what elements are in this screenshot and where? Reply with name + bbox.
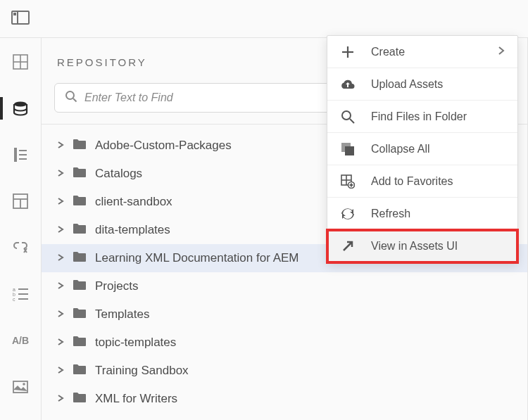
folder-icon	[73, 167, 87, 182]
tree-item-label: Adobe-Custom-Packages	[95, 139, 232, 153]
menu-collapse-all[interactable]: Collapse All	[327, 133, 517, 165]
tree-item-label: Catalogs	[95, 167, 142, 181]
menu-label: Create	[371, 46, 482, 58]
panel-title: REPOSITORY	[57, 56, 147, 68]
tree-item-label: client-sandbox	[95, 195, 172, 209]
menu-upload-assets[interactable]: Upload Assets	[327, 68, 517, 101]
plus-icon	[340, 46, 356, 58]
chevron-right-icon	[57, 251, 64, 265]
svg-rect-17	[18, 288, 28, 290]
folder-icon	[73, 139, 87, 153]
svg-line-25	[73, 98, 77, 102]
chevron-right-icon	[57, 336, 64, 350]
folder-icon	[73, 251, 87, 266]
chevron-right-icon	[57, 279, 64, 293]
menu-label: Upload Assets	[371, 78, 505, 91]
rail-repository[interactable]	[0, 97, 41, 120]
svg-rect-9	[19, 154, 27, 155]
context-menu: Create Upload Assets Find Files in Folde…	[327, 35, 518, 263]
tree-row[interactable]: Templates	[42, 300, 527, 329]
chevron-right-icon	[57, 223, 64, 237]
menu-label: Collapse All	[371, 143, 505, 155]
favorites-add-icon	[340, 174, 356, 189]
top-bar	[0, 0, 528, 38]
tree-item-label: dita-templates	[95, 223, 170, 237]
chevron-right-icon	[57, 139, 64, 153]
svg-text:a: a	[13, 287, 15, 292]
rail-layout[interactable]	[0, 190, 41, 212]
menu-label: View in Assets UI	[371, 240, 505, 253]
menu-label: Add to Favorites	[371, 175, 505, 188]
folder-icon	[73, 336, 87, 350]
menu-view-assets-ui[interactable]: View in Assets UI	[327, 230, 517, 262]
tree-item-label: Training Sandbox	[95, 364, 189, 378]
folder-icon	[73, 364, 87, 378]
chevron-right-icon	[57, 364, 64, 378]
menu-find-files[interactable]: Find Files in Folder	[327, 101, 517, 133]
rail-image[interactable]	[0, 376, 41, 398]
svg-point-24	[66, 91, 74, 99]
tree-row[interactable]: XML for Writers	[42, 385, 527, 413]
svg-rect-31	[345, 146, 354, 155]
chevron-right-icon	[57, 167, 64, 181]
rail-ab[interactable]: A/B	[0, 329, 41, 352]
left-rail: abc A/B	[0, 38, 41, 420]
refresh-icon	[340, 207, 356, 221]
menu-add-favorites[interactable]: Add to Favorites	[327, 165, 517, 198]
tree-item-label: topic-templates	[95, 336, 176, 350]
folder-icon	[73, 195, 87, 210]
svg-rect-19	[18, 298, 28, 300]
folder-icon	[73, 392, 87, 407]
menu-refresh[interactable]: Refresh	[327, 198, 517, 230]
panel-icon	[11, 11, 30, 27]
tree-item-label: Learning XML Documentation for AEM	[95, 251, 298, 265]
rail-outline[interactable]	[0, 144, 41, 166]
svg-point-6	[14, 102, 27, 107]
svg-rect-2	[13, 13, 16, 15]
cloud-upload-icon	[340, 78, 356, 91]
svg-rect-8	[19, 150, 27, 151]
tree-item-label: Templates	[95, 307, 149, 322]
tree-row[interactable]: Training Sandbox	[42, 357, 527, 385]
svg-line-29	[350, 119, 354, 123]
svg-point-28	[342, 111, 351, 120]
rail-grid[interactable]	[0, 51, 41, 73]
chevron-right-icon	[498, 46, 505, 58]
search-icon	[340, 110, 356, 124]
external-icon	[340, 240, 356, 253]
rail-list[interactable]: abc	[0, 283, 41, 305]
svg-rect-7	[14, 148, 17, 162]
svg-text:c: c	[13, 297, 15, 301]
tree-row[interactable]: topic-templates	[42, 329, 527, 357]
svg-point-21	[23, 383, 25, 386]
folder-icon	[73, 307, 87, 322]
svg-rect-18	[18, 293, 28, 295]
folder-icon	[73, 279, 87, 294]
menu-label: Refresh	[371, 208, 505, 220]
folder-icon	[73, 223, 87, 238]
collapse-icon	[340, 142, 356, 156]
chevron-right-icon	[57, 195, 64, 209]
svg-text:b: b	[13, 292, 15, 297]
menu-label: Find Files in Folder	[371, 110, 505, 123]
svg-rect-10	[19, 158, 27, 160]
chevron-right-icon	[57, 307, 64, 322]
menu-create[interactable]: Create	[327, 36, 517, 68]
rail-link[interactable]	[0, 236, 41, 259]
chevron-right-icon	[57, 392, 64, 406]
search-icon	[65, 90, 77, 106]
tree-item-label: Projects	[95, 279, 138, 293]
tree-row[interactable]: Projects	[42, 272, 527, 300]
tree-item-label: XML for Writers	[95, 392, 177, 406]
